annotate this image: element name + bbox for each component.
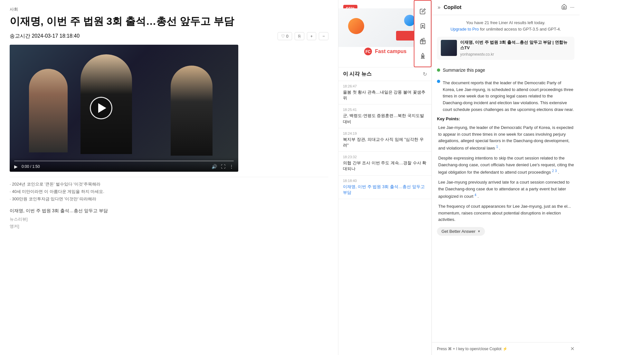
video-thumbnail (10, 45, 238, 172)
edit-toolbar-icon[interactable] (417, 6, 428, 17)
copilot-promo-suffix: for unlimited access to GPT-3.5 and GPT-… (480, 27, 561, 32)
news-item-1[interactable]: 18:26:47 올봄 첫 황사 관측…내일은 강풍 불며 꽃샘추위 (338, 81, 431, 105)
article-title: 이재명, 이번 주 법원 3회 출석…총선 앞두고 부담 (10, 15, 328, 28)
news-time-3: 18:24:19 (343, 132, 427, 135)
related-label-2: 앵커] (10, 223, 328, 229)
green-dot-icon (437, 68, 440, 72)
fc-logo-icon: FC (364, 47, 373, 56)
copilot-title: Copilot (444, 5, 461, 10)
share-icon: ⎘ (298, 34, 301, 39)
summarize-prompt[interactable]: Summarize this page (437, 65, 574, 75)
copilot-lightning-icon: ⚡ (503, 347, 507, 351)
key-point-ref-4[interactable]: 4 (475, 193, 477, 197)
summary-text: The document reports that the leader of … (443, 80, 574, 112)
ad-bullet-3: 300만원 코인투자금 있다면 '이것만' 따라해라 (10, 195, 328, 203)
copilot-upgrade-link[interactable]: Upgrade to Pro (450, 27, 479, 32)
ad-bullets: 2024년 코인으로 '큰돈' 벌수있다 '이것'주목해라 40세 미만이라면 … (10, 177, 328, 203)
fast-campus-logo: FC Fast campus (364, 47, 407, 56)
news-item-5[interactable]: 18:18:40 이재명, 이번 주 법원 3회 출석…총선 앞두고 부담 (338, 176, 431, 199)
news-headline-5: 이재명, 이번 주 법원 3회 출석…총선 앞두고 부담 (343, 184, 427, 196)
key-points-header: Key Points: (437, 116, 574, 121)
copilot-home-button[interactable] (561, 4, 567, 11)
ad-banner: 66% FC Fast campus (338, 0, 431, 68)
key-point-2: Despite expressing intentions to skip th… (437, 155, 574, 176)
news-headline-4: 의협 간부 조사 이번 주도 계속…경찰 수사 확대되나 (343, 160, 427, 172)
ad-circle-orange (348, 18, 364, 34)
key-point-ref-2[interactable]: 2 (552, 169, 554, 173)
refresh-button[interactable]: ↻ (423, 71, 427, 77)
page-context-domain: yonhapnewstv.co.kr (460, 52, 571, 57)
copilot-close-button[interactable]: ✕ (570, 346, 574, 352)
ad-bullet-2: 40세 미만이라면 이 아름다운 게임을 하지 마세요. (10, 188, 328, 195)
copilot-collapse-button[interactable]: » (437, 4, 441, 11)
news-item-4[interactable]: 18:23:32 의협 간부 조사 이번 주도 계속…경찰 수사 확대되나 (338, 152, 431, 175)
article-actions: ♡ 0 ⎘ + − (278, 32, 328, 40)
video-player: ▶ 0:00 / 1:50 🔊 ⛶ ⋮ (10, 45, 238, 172)
thumb-figure (441, 40, 457, 56)
news-headline-2: 군, 백령도·연평도 증원훈련…북한 국지도발 대비 (343, 113, 427, 124)
news-item-3[interactable]: 18:24:19 복지부 장관, 의대교수 사직 임에 "심각한 우려" (338, 128, 431, 152)
copilot-promo: You have 21 free Liner AI results left t… (437, 20, 574, 32)
gift-toolbar-icon[interactable] (417, 36, 428, 47)
get-better-answer-button[interactable]: Get Better Answer (437, 227, 485, 236)
summary-section: The document reports that the leader of … (437, 80, 574, 113)
page-context-thumbnail (441, 40, 457, 56)
more-icon[interactable]: ⋮ (229, 164, 234, 169)
copilot-panel: » Copilot ··· You have 21 free Liner AI … (431, 0, 580, 355)
plus-icon: + (310, 34, 313, 39)
news-item-2[interactable]: 18:25:41 군, 백령도·연평도 증원훈련…북한 국지도발 대비 (338, 105, 431, 128)
article-link[interactable]: 이재명, 이번 주 법원 3회 출석…총선 앞두고 부담 (10, 208, 328, 214)
news-section-header: 이 시각 뉴스 ↻ (338, 68, 431, 81)
svg-text:FC: FC (365, 50, 371, 54)
svg-point-4 (422, 56, 423, 57)
play-button[interactable] (90, 97, 112, 119)
news-sidebar: 66% FC Fast campus (338, 0, 431, 355)
minus-icon: − (322, 34, 325, 39)
news-time-4: 18:23:32 (343, 155, 427, 159)
share-button[interactable]: ⎘ (295, 32, 304, 40)
key-point-ref-3[interactable]: 3 (555, 169, 557, 173)
copilot-body: You have 21 free Liner AI results left t… (432, 15, 580, 342)
controls-left: ▶ 0:00 / 1:50 (14, 164, 40, 169)
time-display: 0:00 / 1:50 (22, 164, 40, 169)
news-list: 18:26:47 올봄 첫 황사 관측…내일은 강풍 불며 꽃샘추위 18:25… (338, 81, 431, 355)
toolbar-overlay (414, 0, 431, 67)
like-button[interactable]: ♡ 0 (278, 32, 292, 40)
figure-right (171, 66, 213, 156)
fullscreen-icon[interactable]: ⛶ (221, 164, 225, 169)
copilot-footer: Press ⌘ + I key to open/close Copilot ⚡ … (432, 342, 580, 355)
copilot-more-button[interactable]: ··· (570, 4, 574, 11)
heart-icon: ♡ (281, 34, 285, 39)
svg-point-2 (422, 25, 423, 26)
key-point-4: The frequency of court appearances for L… (437, 203, 574, 223)
blue-dot-icon (437, 80, 440, 83)
copilot-footer-text: Press ⌘ + I key to open/close Copilot ⚡ (437, 347, 507, 351)
key-point-ref-1[interactable]: 1 (496, 145, 498, 149)
figure-left (29, 69, 68, 152)
video-controls: ▶ 0:00 / 1:50 🔊 ⛶ ⋮ (10, 157, 238, 172)
news-headline-1: 올봄 첫 황사 관측…내일은 강풍 불며 꽃샘추위 (343, 89, 427, 101)
controls-right: 🔊 ⛶ ⋮ (212, 164, 234, 169)
fc-brand-name: Fast campus (375, 49, 407, 54)
bookmark-toolbar-icon[interactable] (417, 21, 428, 32)
ad-bullet-1: 2024년 코인으로 '큰돈' 벌수있다 '이것'주목해라 (10, 180, 328, 188)
news-section-title: 이 시각 뉴스 (343, 71, 372, 77)
main-content: 사회 이재명, 이번 주 법원 3회 출석…총선 앞두고 부담 송고시간 202… (0, 0, 338, 355)
progress-bar[interactable] (14, 160, 234, 161)
copilot-header-left: » Copilot (437, 4, 461, 11)
key-point-1: Lee Jae-myung, the leader of the Democra… (437, 124, 574, 152)
summarize-label: Summarize this page (443, 68, 485, 73)
play-triangle-icon (98, 103, 106, 113)
controls-row: ▶ 0:00 / 1:50 🔊 ⛶ ⋮ (14, 164, 234, 169)
article-category: 사회 (10, 6, 328, 12)
rocket-toolbar-icon[interactable] (417, 50, 428, 61)
page-context-info: 이재명, 이번 주 법원 3회 출석…총선 앞두고 부담 | 연합뉴스TV yo… (460, 40, 571, 57)
zoom-in-button[interactable]: + (307, 32, 317, 40)
news-time-5: 18:18:40 (343, 179, 427, 183)
page-context: 이재명, 이번 주 법원 3회 출석…총선 앞두고 부담 | 연합뉴스TV yo… (437, 37, 574, 60)
get-better-answer-label: Get Better Answer (441, 229, 476, 234)
play-icon[interactable]: ▶ (14, 164, 18, 169)
volume-icon[interactable]: 🔊 (212, 164, 217, 169)
zoom-out-button[interactable]: − (319, 32, 328, 40)
article-date: 송고시간 2024-03-17 18:18:40 (10, 33, 80, 40)
